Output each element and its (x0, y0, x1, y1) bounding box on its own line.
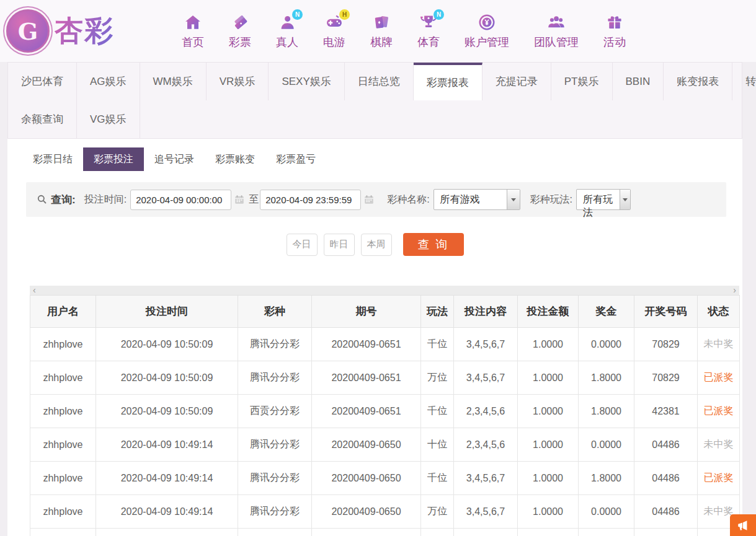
brand-logo[interactable]: G 杏彩 (6, 9, 146, 53)
col-bet-content: 投注内容 (454, 296, 518, 328)
cell-bet-time: 2020-04-09 10:50:09 (96, 361, 238, 395)
search-icon (36, 193, 48, 206)
search-button[interactable]: 查 询 (403, 233, 464, 256)
cell-play: 千位 (421, 328, 454, 361)
cell-bet-amount: 1.0000 (518, 462, 579, 495)
time-from-input[interactable] (130, 190, 231, 210)
subtab-lottery-bets[interactable]: 彩票投注 (83, 147, 144, 171)
cell-lottery: 西贡分分彩 (238, 395, 312, 428)
cell-lottery: 腾讯分分彩 (238, 361, 312, 395)
subtab-lottery-daily[interactable]: 彩票日结 (22, 147, 83, 171)
cell-draw-number: 04486 (634, 462, 698, 495)
live-person-icon: N (277, 12, 297, 32)
cell-bet-amount: 1.0000 (518, 328, 579, 361)
cell-username: zhhplove (30, 462, 96, 495)
table-row: zhhplove 2020-04-09 10:50:09 腾讯分分彩 20200… (30, 361, 740, 395)
nav-item-cards[interactable]: 棋牌 (370, 12, 393, 50)
nav-item-activity[interactable]: 活动 (603, 12, 626, 50)
col-bet-time: 投注时间 (96, 296, 238, 328)
calendar-icon[interactable] (363, 194, 375, 205)
cell-username: zhhplove (30, 428, 96, 462)
bet-time-label: 投注时间: (84, 193, 127, 206)
nav-item-team[interactable]: 团队管理 (534, 12, 579, 50)
gamepad-icon: H (324, 12, 344, 32)
new-badge: N (292, 9, 303, 20)
cell-bet-amount: 1.0000 (518, 395, 579, 428)
play-type-value: 所有玩法 (577, 190, 620, 209)
cell-prize: 1.8000 (579, 361, 634, 395)
nav-item-sports[interactable]: N 体育 (417, 12, 440, 50)
coin-yuan-icon (477, 12, 497, 32)
tab-balance-query[interactable]: 余额查询 (8, 100, 77, 138)
subtab-lottery-changes[interactable]: 彩票账变 (205, 147, 265, 171)
yesterday-button[interactable]: 昨日 (324, 234, 355, 256)
nav-item-account[interactable]: 账户管理 (465, 12, 509, 50)
cell-play: 万位 (421, 361, 454, 395)
lottery-name-select[interactable]: 所有游戏 (434, 189, 520, 210)
time-to-input[interactable] (260, 190, 361, 210)
cell-bet-content: 2,3,4,5,6 (454, 395, 518, 428)
cell-prize: 1.8000 (579, 462, 634, 495)
table-horizontal-scrollbar[interactable]: ‹ › (30, 286, 739, 295)
cell-bet-time: 2020-04-09 10:50:09 (96, 395, 238, 428)
cell-period: 20200409-0650 (312, 428, 421, 462)
tab-row-1: 沙巴体育 AG娱乐 WM娱乐 VR娱乐 SEXY娱乐 日结总览 彩票报表 充提记… (8, 63, 742, 100)
col-lottery: 彩种 (238, 296, 312, 328)
cell-play: 十位 (421, 428, 454, 462)
subtab-chase-records[interactable]: 追号记录 (144, 147, 205, 171)
col-bet-amount: 投注金额 (518, 296, 579, 328)
tab-deposit-withdraw[interactable]: 充提记录 (483, 63, 551, 100)
tab-account-change[interactable]: 账变报表 (664, 63, 732, 100)
nav-item-live[interactable]: N 真人 (276, 12, 298, 50)
cell-period: 20200409-0651 (312, 395, 421, 428)
cell-draw-number: 42381 (634, 395, 698, 428)
cell-prize: 0.0000 (579, 328, 634, 361)
subtab-lottery-pnl[interactable]: 彩票盈亏 (265, 147, 326, 171)
bets-table: 用户名 投注时间 彩种 期号 玩法 投注内容 投注金额 奖金 开奖号码 状态 z… (30, 295, 740, 536)
lottery-subtabs: 彩票日结 彩票投注 追号记录 彩票账变 彩票盈亏 (22, 147, 742, 171)
tab-vr[interactable]: VR娱乐 (207, 63, 269, 100)
nav-item-egames[interactable]: H 电游 (323, 12, 345, 50)
tab-vg[interactable]: VG娱乐 (77, 100, 140, 138)
nav-item-lottery[interactable]: 彩票 (229, 12, 251, 50)
tab-sexy[interactable]: SEXY娱乐 (269, 63, 344, 100)
cell-period: 20200409-0650 (312, 462, 421, 495)
tab-daily-summary[interactable]: 日结总览 (345, 63, 414, 100)
this-week-button[interactable]: 本周 (361, 234, 392, 256)
report-tabstrip: 沙巴体育 AG娱乐 WM娱乐 VR娱乐 SEXY娱乐 日结总览 彩票报表 充提记… (7, 62, 742, 139)
cell-lottery: 腾讯分分彩 (238, 495, 312, 529)
today-button[interactable]: 今日 (287, 234, 318, 256)
play-type-select[interactable]: 所有玩法 (576, 189, 631, 210)
status-badge: 已派奖 (698, 361, 740, 395)
cell-bet-content: 3,4,5,6,7 (454, 462, 518, 495)
query-filter-bar: 查询: 投注时间: 至 彩种名称: 所有游戏 彩种玩法: 所有玩法 (26, 182, 726, 217)
tab-wm[interactable]: WM娱乐 (140, 63, 207, 100)
tab-pt[interactable]: PT娱乐 (551, 63, 613, 100)
tab-shaba-sports[interactable]: 沙巴体育 (8, 63, 77, 100)
query-label: 查询: (51, 193, 76, 207)
cards-icon (371, 12, 391, 32)
table-row-partial (30, 529, 740, 536)
scroll-left-icon[interactable]: ‹ (33, 286, 36, 294)
tab-lottery-report[interactable]: 彩票报表 (414, 63, 483, 100)
tab-bbin[interactable]: BBIN (613, 63, 664, 100)
announcement-button[interactable] (730, 514, 756, 536)
tab-ag[interactable]: AG娱乐 (77, 63, 140, 100)
col-prize: 奖金 (579, 296, 634, 328)
table-row: zhhplove 2020-04-09 10:49:14 腾讯分分彩 20200… (30, 462, 740, 495)
calendar-icon[interactable] (234, 194, 245, 205)
megaphone-icon (736, 519, 750, 532)
tab-transfer-report[interactable]: 转账报表 (732, 63, 756, 100)
cell-bet-time: 2020-04-09 10:49:14 (96, 462, 238, 495)
new-badge: N (434, 9, 444, 20)
col-play: 玩法 (421, 296, 454, 328)
to-label: 至 (249, 193, 259, 206)
status-badge: 未中奖 (698, 428, 740, 462)
cell-lottery: 腾讯分分彩 (238, 328, 312, 361)
gift-icon (605, 12, 625, 32)
cell-bet-content: 3,4,5,6,7 (454, 495, 518, 529)
scroll-right-icon[interactable]: › (733, 286, 736, 294)
hot-badge: H (339, 9, 350, 20)
nav-item-home[interactable]: 首页 (182, 12, 204, 50)
cell-username: zhhplove (30, 361, 96, 395)
